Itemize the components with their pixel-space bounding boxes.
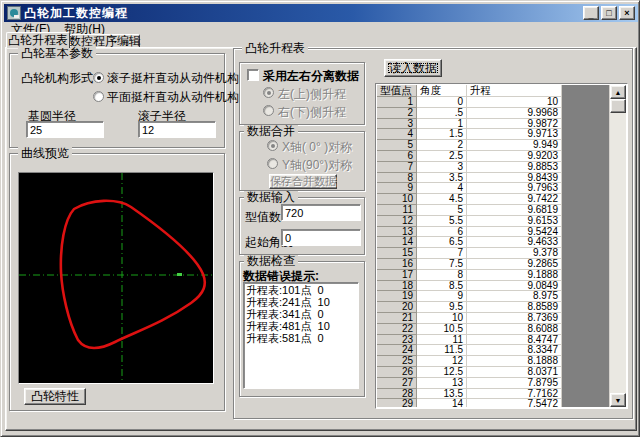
grid-cell-angle[interactable]: 4.5: [417, 194, 467, 205]
scroll-down-button[interactable]: ▼: [610, 393, 626, 407]
grid-cell-angle[interactable]: 10: [417, 313, 467, 324]
grid-cell-angle[interactable]: .5: [417, 108, 467, 119]
start-angle-field[interactable]: [281, 229, 361, 246]
grid-cell-lift[interactable]: 8.4747: [467, 335, 562, 346]
grid-cell-point[interactable]: 2: [377, 108, 417, 119]
grid-cell-lift[interactable]: 7.5472: [467, 399, 562, 407]
grid-cell-point[interactable]: 12: [377, 216, 417, 227]
grid-cell-lift[interactable]: 9.1888: [467, 270, 562, 281]
grid-cell-lift[interactable]: 9.9713: [467, 129, 562, 140]
grid-cell-point[interactable]: 20: [377, 302, 417, 313]
grid-cell-point[interactable]: 18: [377, 281, 417, 292]
grid-cell-point[interactable]: 15: [377, 248, 417, 259]
grid-cell-point[interactable]: 28: [377, 389, 417, 400]
grid-cell-angle[interactable]: 13: [417, 378, 467, 389]
grid-cell-point[interactable]: 10: [377, 194, 417, 205]
grid-cell-angle[interactable]: 12: [417, 356, 467, 367]
base-radius-field[interactable]: [26, 121, 104, 138]
grid-cell-point[interactable]: 24: [377, 345, 417, 356]
error-list-item[interactable]: 升程表:101点 0: [246, 284, 358, 296]
grid-cell-lift[interactable]: 9.8439: [467, 173, 562, 184]
grid-cell-angle[interactable]: 7: [417, 248, 467, 259]
grid-cell-angle[interactable]: 3.5: [417, 173, 467, 184]
grid-cell-point[interactable]: 21: [377, 313, 417, 324]
tab-lift-table[interactable]: 凸轮升程表: [6, 32, 70, 48]
grid-cell-point[interactable]: 3: [377, 119, 417, 130]
grid-cell-angle[interactable]: 13.5: [417, 389, 467, 400]
error-list-item[interactable]: 升程表:341点 0: [246, 308, 358, 320]
grid-cell-angle[interactable]: 2.5: [417, 151, 467, 162]
grid-cell-angle[interactable]: 8.5: [417, 281, 467, 292]
grid-cell-lift[interactable]: 8.1888: [467, 356, 562, 367]
point-count-field[interactable]: [281, 204, 361, 221]
grid-cell-lift[interactable]: 9.7963: [467, 183, 562, 194]
grid-cell-point[interactable]: 22: [377, 324, 417, 335]
grid-cell-lift[interactable]: 8.975: [467, 291, 562, 302]
grid-cell-lift[interactable]: 7.8795: [467, 378, 562, 389]
grid-cell-angle[interactable]: 3: [417, 162, 467, 173]
grid-cell-point[interactable]: 25: [377, 356, 417, 367]
grid-cell-lift[interactable]: 9.0849: [467, 281, 562, 292]
grid-cell-point[interactable]: 6: [377, 151, 417, 162]
grid-cell-lift[interactable]: 8.8589: [467, 302, 562, 313]
grid-cell-point[interactable]: 1: [377, 97, 417, 108]
grid-cell-angle[interactable]: 7.5: [417, 259, 467, 270]
grid-cell-lift[interactable]: 9.6153: [467, 216, 562, 227]
grid-cell-lift[interactable]: 9.378: [467, 248, 562, 259]
grid-cell-point[interactable]: 8: [377, 173, 417, 184]
error-list-item[interactable]: 升程表:581点 0: [246, 332, 358, 344]
grid-cell-lift[interactable]: 9.5424: [467, 227, 562, 238]
grid-cell-point[interactable]: 5: [377, 140, 417, 151]
grid-cell-angle[interactable]: 11: [417, 335, 467, 346]
grid-cell-angle[interactable]: 2: [417, 140, 467, 151]
grid-cell-point[interactable]: 26: [377, 367, 417, 378]
grid-cell-angle[interactable]: 6.5: [417, 237, 467, 248]
radio-roller-follower[interactable]: [93, 72, 104, 83]
grid-cell-lift[interactable]: 9.9968: [467, 108, 562, 119]
grid-cell-angle[interactable]: 0: [417, 97, 467, 108]
grid-cell-angle[interactable]: 9: [417, 291, 467, 302]
close-button[interactable]: ×: [619, 6, 635, 20]
grid-cell-point[interactable]: 11: [377, 205, 417, 216]
grid-cell-lift[interactable]: 8.6088: [467, 324, 562, 335]
grid-cell-lift[interactable]: 8.3347: [467, 345, 562, 356]
grid-cell-lift[interactable]: 9.9203: [467, 151, 562, 162]
grid-cell-lift[interactable]: 9.4633: [467, 237, 562, 248]
grid-cell-angle[interactable]: 10.5: [417, 324, 467, 335]
grid-cell-lift[interactable]: 10: [467, 97, 562, 108]
grid-cell-angle[interactable]: 8: [417, 270, 467, 281]
grid-cell-lift[interactable]: 8.7369: [467, 313, 562, 324]
error-list-item[interactable]: 升程表:481点 10: [246, 320, 358, 332]
separate-data-checkbox[interactable]: [247, 69, 259, 81]
grid-cell-lift[interactable]: 8.0371: [467, 367, 562, 378]
minimize-button[interactable]: _: [583, 6, 599, 20]
grid-vertical-scrollbar[interactable]: ▲ ▼: [609, 85, 626, 407]
grid-cell-angle[interactable]: 1: [417, 119, 467, 130]
grid-cell-lift[interactable]: 9.6819: [467, 205, 562, 216]
grid-cell-angle[interactable]: 14: [417, 399, 467, 407]
grid-cell-point[interactable]: 13: [377, 227, 417, 238]
grid-cell-angle[interactable]: 11.5: [417, 345, 467, 356]
grid-cell-point[interactable]: 7: [377, 162, 417, 173]
grid-cell-angle[interactable]: 1.5: [417, 129, 467, 140]
error-list-item[interactable]: 升程表:241点 10: [246, 296, 358, 308]
grid-cell-lift[interactable]: 9.9872: [467, 119, 562, 130]
grid-cell-lift[interactable]: 9.7422: [467, 194, 562, 205]
cam-feature-button[interactable]: 凸轮特性: [24, 388, 86, 405]
grid-cell-point[interactable]: 23: [377, 335, 417, 346]
grid-cell-point[interactable]: 27: [377, 378, 417, 389]
grid-cell-point[interactable]: 19: [377, 291, 417, 302]
grid-cell-point[interactable]: 29: [377, 399, 417, 407]
roller-radius-field[interactable]: [138, 121, 216, 138]
grid-cell-angle[interactable]: 5.5: [417, 216, 467, 227]
maximize-button[interactable]: □: [601, 6, 617, 20]
scrollbar-thumb[interactable]: [610, 99, 626, 113]
scroll-up-button[interactable]: ▲: [610, 85, 626, 99]
grid-cell-point[interactable]: 17: [377, 270, 417, 281]
grid-cell-lift[interactable]: 9.8853: [467, 162, 562, 173]
grid-cell-angle[interactable]: 4: [417, 183, 467, 194]
grid-cell-angle[interactable]: 12.5: [417, 367, 467, 378]
radio-flat-follower[interactable]: [93, 91, 104, 102]
app-icon[interactable]: [7, 6, 21, 20]
grid-cell-point[interactable]: 4: [377, 129, 417, 140]
